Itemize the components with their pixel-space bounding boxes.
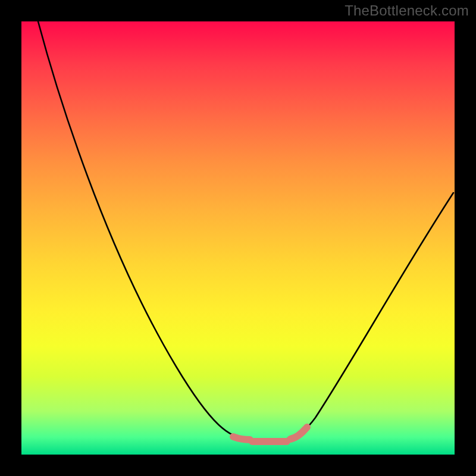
highlight-left — [233, 437, 250, 440]
plot-area — [21, 21, 455, 455]
bottleneck-curve — [21, 21, 455, 455]
watermark: TheBottleneck.com — [345, 2, 469, 19]
curve-path — [38, 21, 453, 440]
chart-container: TheBottleneck.com — [0, 0, 476, 476]
highlight-right — [290, 427, 307, 439]
